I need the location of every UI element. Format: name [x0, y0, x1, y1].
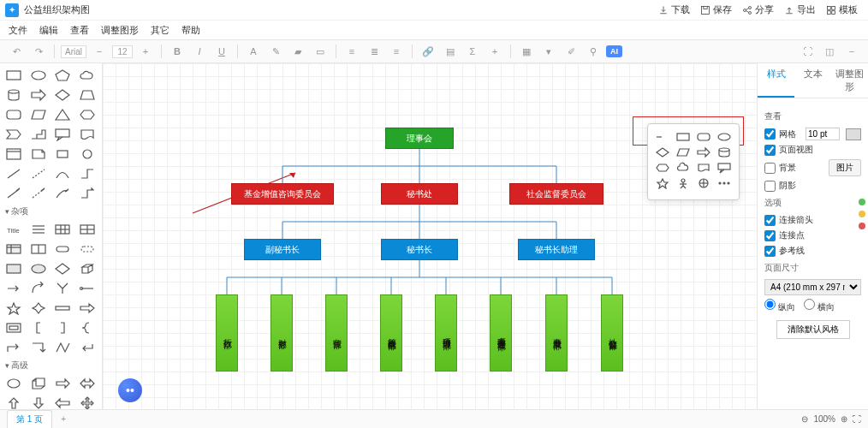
conn-arrow-checkbox[interactable] [764, 215, 776, 226]
node-l4-1[interactable]: 财务部 [271, 294, 293, 372]
popup-doc-icon[interactable] [696, 162, 711, 174]
grid-size-input[interactable] [806, 128, 840, 140]
popup-ellipse-icon[interactable] [716, 131, 732, 143]
zoom-in-button[interactable]: ⊕ [841, 414, 847, 424]
shape-star2[interactable] [28, 300, 49, 317]
shape-frame[interactable] [3, 319, 24, 336]
tab-style[interactable]: 样式 [758, 63, 794, 98]
eyedropper-button[interactable]: ✐ [562, 42, 580, 61]
align-left-button[interactable]: ≡ [342, 42, 361, 61]
fit-page-button[interactable]: ⛶ [853, 414, 861, 424]
popup-none-icon[interactable] [655, 131, 670, 143]
node-l4-5[interactable]: 专项基金管理部 [490, 294, 512, 372]
shape-rect-fill[interactable] [3, 260, 24, 277]
panel-toggle-button[interactable]: ◫ [820, 42, 839, 61]
shape-note[interactable] [28, 146, 49, 163]
popup-hexagon-icon[interactable] [655, 162, 670, 174]
font-family-select[interactable]: Arial [61, 45, 86, 58]
popup-diamond-icon[interactable] [655, 146, 670, 158]
shape-container[interactable] [3, 146, 24, 163]
shape-arrow-big[interactable] [77, 300, 98, 317]
page-tab-1[interactable]: 第 1 页 [7, 410, 52, 428]
save-button[interactable]: 保存 [695, 2, 737, 18]
shape-table2[interactable] [3, 241, 24, 258]
shape-diamond[interactable] [52, 86, 73, 104]
shape-bar[interactable] [52, 300, 73, 317]
shape-bracket-r[interactable] [52, 319, 73, 336]
node-l2-0[interactable]: 基金增值咨询委员会 [231, 183, 334, 205]
shape-line-dashed[interactable] [28, 165, 49, 182]
shape-arrow-down[interactable] [28, 395, 49, 409]
grid-color-swatch[interactable] [846, 128, 861, 140]
shape-star1[interactable] [3, 300, 24, 317]
zoom-level[interactable]: 100% [813, 414, 835, 424]
link-button[interactable]: 🔗 [419, 42, 437, 61]
shape-arrow3[interactable] [52, 375, 73, 392]
shapes-panel[interactable]: 杂项 Title [0, 63, 103, 409]
shape-arrow-dashed[interactable] [28, 185, 49, 202]
shape-cube[interactable] [77, 260, 98, 277]
redo-button[interactable]: ↷ [29, 42, 48, 61]
undo-button[interactable]: ↶ [7, 42, 26, 61]
shape-rect[interactable] [3, 67, 24, 84]
shape-arrow-left[interactable] [52, 395, 73, 409]
shape-roundrect[interactable] [3, 106, 24, 123]
popup-or-icon[interactable] [696, 177, 711, 189]
shape-brace[interactable] [77, 319, 98, 336]
align-center-button[interactable]: ≣ [365, 42, 383, 61]
pageview-checkbox[interactable] [764, 145, 776, 156]
shape-arrow-curve[interactable] [52, 185, 73, 202]
menu-extras[interactable]: 其它 [151, 24, 169, 37]
node-l3-1[interactable]: 秘书长 [381, 239, 458, 260]
shape-arrow-b2[interactable] [28, 280, 49, 297]
shape-elbow[interactable] [77, 165, 98, 182]
font-size-dec[interactable]: − [90, 42, 109, 61]
shape-arrow-cross[interactable] [77, 395, 98, 409]
image-button[interactable]: 图片 [829, 159, 861, 176]
shape-step[interactable] [28, 126, 49, 143]
fullscreen-button[interactable]: ⛶ [798, 42, 817, 61]
shape-arrow-up[interactable] [3, 395, 24, 409]
popup-parallel-icon[interactable] [675, 146, 691, 158]
shape-cylinder[interactable] [3, 86, 24, 104]
conn-point-checkbox[interactable] [764, 230, 776, 241]
zoom-out-button[interactable]: ⊖ [801, 414, 808, 424]
shape-box3d[interactable] [28, 375, 49, 392]
font-size-input[interactable]: 12 [112, 45, 133, 58]
shape-arrow-line[interactable] [3, 185, 24, 202]
shape-turn1[interactable] [3, 339, 24, 356]
text-color-button[interactable]: A [244, 42, 263, 61]
shape-arrow4[interactable] [77, 375, 98, 392]
export-button[interactable]: 导出 [779, 2, 821, 18]
reset-style-button[interactable]: 清除默认风格 [776, 320, 850, 339]
align-right-button[interactable]: ≡ [387, 42, 406, 61]
section-advanced[interactable]: 高级 [3, 356, 98, 375]
shadow-checkbox[interactable] [764, 181, 776, 192]
shape-table[interactable] [52, 221, 73, 238]
shape-hexagon[interactable] [77, 106, 98, 123]
shape-triangle[interactable] [52, 106, 73, 123]
orientation-portrait[interactable]: 纵向 [764, 299, 795, 313]
ai-button[interactable]: AI [606, 45, 622, 57]
shape-text[interactable]: Title [3, 221, 24, 238]
shape-split[interactable] [28, 241, 49, 258]
background-checkbox[interactable] [764, 163, 776, 174]
node-l3-0[interactable]: 副秘书长 [244, 239, 321, 260]
shape-diamond2[interactable] [52, 260, 73, 277]
template-button[interactable]: 模板 [821, 2, 863, 18]
bold-button[interactable]: B [168, 42, 187, 61]
add-button[interactable]: + [485, 42, 504, 61]
underline-button[interactable]: U [212, 42, 231, 61]
page-size-select[interactable]: A4 (210 mm x 297 mm) [764, 279, 861, 295]
tab-text[interactable]: 文本 [794, 63, 831, 98]
shape-arrow-elbow[interactable] [77, 185, 98, 202]
shape-circle[interactable] [77, 146, 98, 163]
shape-bracket-l[interactable] [28, 319, 49, 336]
menu-edit[interactable]: 编辑 [39, 24, 58, 37]
shape-curve[interactable] [52, 165, 73, 182]
highlight-button[interactable]: ✎ [266, 42, 285, 61]
fill-color-button[interactable]: ▰ [288, 42, 307, 61]
grid-checkbox[interactable] [764, 128, 776, 140]
popup-callout-icon[interactable] [716, 162, 732, 174]
shape-fork[interactable] [52, 280, 73, 297]
